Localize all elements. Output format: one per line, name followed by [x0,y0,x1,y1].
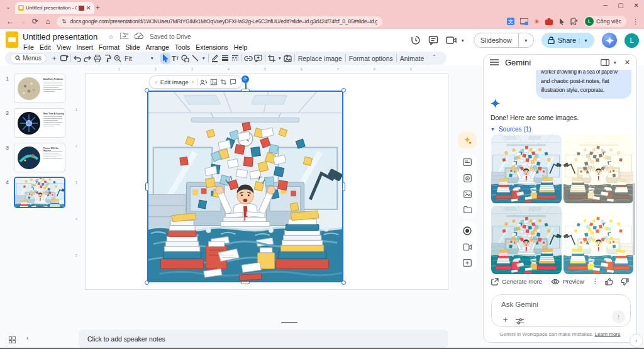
resize-handle-nw[interactable] [145,88,149,92]
resize-handle-w[interactable] [145,182,148,191]
asterisk-extension-icon[interactable]: ✳ [534,16,540,26]
saved-status[interactable]: Saved to Drive [150,33,191,40]
menu-edit[interactable]: Edit [40,43,51,51]
mask-dropdown-caret[interactable]: ▼ [277,56,283,60]
panel-layout-icon[interactable] [601,59,609,66]
gemini-menu-icon[interactable] [490,59,499,65]
menu-help[interactable]: Help [234,43,248,51]
line-dropdown-caret[interactable]: ▼ [201,56,207,60]
slides-logo[interactable] [6,31,18,48]
menu-view[interactable]: View [57,43,71,51]
photos-icon[interactable] [464,191,472,198]
forward-icon[interactable]: → [16,17,29,26]
browser-profile-chip[interactable]: L Công việc [584,16,626,27]
generated-image-1[interactable] [491,135,562,204]
close-button[interactable]: ✕ [634,2,639,9]
border-color-icon[interactable] [210,53,220,64]
replace-person-icon[interactable] [199,79,208,86]
generate-more-button[interactable]: Generate more [491,278,542,285]
puzzle-extensions-icon[interactable] [570,18,578,25]
slideshow-dropdown-caret[interactable]: ▼ [518,33,533,47]
share-dropdown-caret[interactable]: ▼ [579,38,592,43]
new-slide-icon[interactable]: ＋ [49,53,59,64]
speaker-notes[interactable]: Click to add speaker notes [79,330,448,348]
browser-tab[interactable]: Untitled presentation - Go ✕ [15,2,94,14]
menu-insert[interactable]: Insert [77,43,93,51]
edit-pencil-icon[interactable] [155,79,157,86]
video-add-icon[interactable] [463,259,472,267]
translate-extension-icon[interactable]: 文 [507,18,514,25]
undo-icon[interactable] [72,53,82,64]
tab-search-chevron-icon[interactable]: ⌄ [4,3,13,11]
resize-handle-ne[interactable] [341,88,346,92]
more-options-kebab-icon[interactable]: ⋮ [592,277,599,285]
gemini-scrollbar[interactable] [633,183,635,255]
comment-history-icon[interactable] [428,35,438,45]
format-options-button[interactable]: Format options [347,55,395,62]
grid-view-icon[interactable] [9,335,16,346]
url-bar[interactable]: ⇅ docs.google.com/presentation/d/1WJNUae… [57,16,382,27]
menu-file[interactable]: File [23,43,34,51]
zoom-icon[interactable] [113,53,123,64]
slide-thumbnail-2[interactable]: Meet Time AI Syncing [14,108,65,138]
cast-extension-icon[interactable] [520,18,528,25]
resize-handle-se[interactable] [341,280,346,285]
thumbs-down-icon[interactable] [621,278,629,285]
gemini-sidepanel-icon[interactable] [458,132,477,148]
insert-image-icon[interactable] [210,79,218,86]
menu-extensions[interactable]: Extensions [196,43,228,51]
folder-icon[interactable] [464,206,472,213]
minimize-button[interactable]: ─ [603,2,608,9]
share-button[interactable]: Share ▼ [541,33,594,48]
account-avatar[interactable]: L [625,33,639,48]
star-document-icon[interactable]: ☆ [108,33,114,40]
replace-image-button[interactable]: Replace image [296,55,344,62]
gemini-close-icon[interactable]: ✕ [625,58,630,67]
sources-toggle[interactable]: ▼ Sources (1) [491,126,531,133]
present-dropdown-caret[interactable]: ▼ [460,38,466,43]
line-tool-icon[interactable] [191,53,201,64]
tune-icon[interactable] [516,316,524,327]
resize-handle-s[interactable] [241,281,250,284]
pointer-extension-icon[interactable] [558,18,565,25]
menu-format[interactable]: Format [99,43,119,51]
reload-icon[interactable]: ⟳ [29,17,42,26]
generated-image-2[interactable] [564,135,634,204]
resize-handle-sw[interactable] [145,280,149,285]
edit-image-label[interactable]: Edit image [160,79,189,86]
border-weight-icon[interactable] [220,53,230,64]
comment-image-icon[interactable] [230,79,236,86]
zoom-fit-label[interactable]: Fit [123,55,134,62]
filmstrip-collapse-icon[interactable]: ‹ [26,335,28,341]
crop-image-icon[interactable] [220,79,227,86]
paint-format-icon[interactable] [103,53,113,64]
menu-arrange[interactable]: Arrange [145,43,169,51]
resize-handle-n[interactable] [241,89,250,92]
menu-slide[interactable]: Slide [125,43,140,51]
menus-search-button[interactable]: Menus [10,53,47,64]
panel-dropdown-caret[interactable]: ▼ [612,60,618,65]
text-box-icon[interactable]: TT [170,53,180,64]
learn-more-link[interactable]: Learn more [595,331,621,337]
animate-button[interactable]: Animate [398,55,426,62]
meet-camera-icon[interactable] [463,243,472,251]
document-title[interactable]: Untitled presentation [23,32,97,42]
attach-plus-icon[interactable]: ＋ [501,314,509,325]
notes-resize-handle[interactable] [281,322,297,323]
add-comment-icon[interactable] [253,53,264,64]
present-camera-icon[interactable] [446,36,457,45]
move-folder-icon[interactable] [120,33,128,40]
print-icon[interactable] [92,53,103,64]
resize-handle-e[interactable] [342,182,345,191]
tab-close-icon[interactable]: ✕ [86,4,91,11]
back-icon[interactable]: ← [4,17,16,26]
saved-cloud-icon[interactable] [135,33,143,40]
generated-image-4[interactable] [564,206,634,275]
new-slide-layout-icon[interactable] [59,53,69,64]
generated-image-3[interactable] [491,206,562,275]
toolbar-collapse-icon[interactable]: ⌃ [432,54,436,60]
slide-thumbnail-1[interactable]: Data Entry Problems [14,74,65,103]
slide-page[interactable]: ⟳ [85,74,448,290]
fit-dropdown-caret[interactable]: ▼ [149,56,155,60]
thumbs-up-icon[interactable] [605,278,613,285]
